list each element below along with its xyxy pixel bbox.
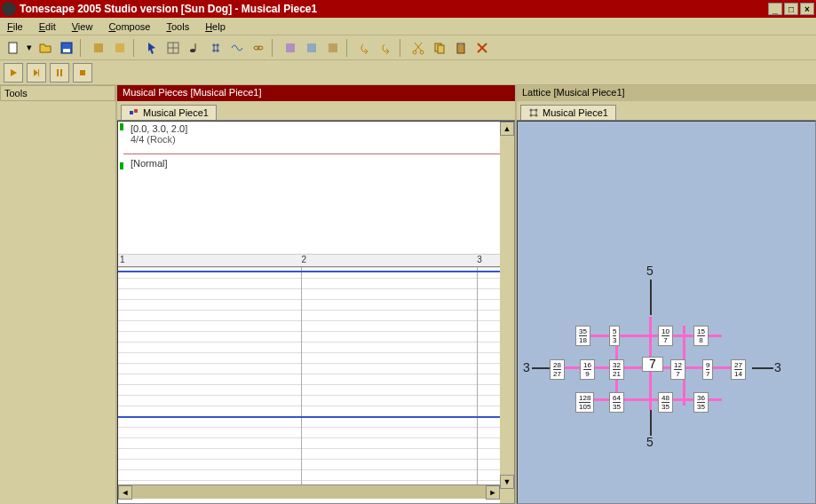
lattice-node[interactable]: 158: [693, 326, 709, 346]
divider-line: [123, 154, 500, 154]
ruler-tick: 2: [301, 255, 306, 264]
menu-edit[interactable]: Edit: [39, 21, 56, 32]
tab-label: Musical Piece1: [143, 107, 209, 118]
dropdown-icon[interactable]: ▾: [25, 38, 34, 58]
svg-rect-20: [459, 43, 463, 45]
svg-rect-4: [115, 43, 124, 52]
tools-panel-header: Tools: [0, 85, 115, 101]
menu-compose[interactable]: Compose: [108, 21, 150, 32]
grid-blueline: [118, 271, 500, 272]
menu-help[interactable]: Help: [205, 21, 226, 32]
lattice-node[interactable]: 2714: [731, 359, 746, 380]
play-from-button[interactable]: [27, 63, 46, 83]
new-button[interactable]: [4, 38, 23, 58]
svg-rect-26: [134, 109, 138, 113]
open-button[interactable]: [36, 38, 55, 58]
panel-a-button[interactable]: [281, 38, 300, 58]
lattice-node[interactable]: 128105: [575, 392, 594, 413]
svg-rect-24: [80, 70, 85, 75]
lattice-view[interactable]: 5 5 3 3 7 3518 53 107 158 2827 169: [517, 121, 816, 504]
link-button[interactable]: [249, 38, 268, 58]
lattice-icon: [528, 107, 539, 118]
toolbar: ▾: [0, 35, 816, 60]
lattice-node[interactable]: 169: [580, 359, 595, 380]
svg-rect-0: [9, 43, 17, 53]
scroll-up-icon[interactable]: ▲: [500, 122, 514, 136]
menu-tools[interactable]: Tools: [166, 21, 189, 32]
vscrollbar[interactable]: ▲ ▼: [500, 122, 514, 503]
scroll-left-icon[interactable]: ◄: [118, 485, 132, 500]
lattice-line: [650, 409, 652, 436]
copy-button[interactable]: [430, 38, 449, 58]
tab-musical-piece1[interactable]: Musical Piece1: [121, 105, 217, 120]
wave-button[interactable]: [227, 38, 247, 58]
lattice-node[interactable]: 2827: [550, 359, 565, 380]
lattice-node[interactable]: 107: [658, 326, 673, 346]
lattice-node[interactable]: 53: [609, 326, 620, 346]
panel-b-button[interactable]: [302, 38, 321, 58]
tuning-button[interactable]: [206, 38, 226, 58]
pointer-button[interactable]: [142, 38, 162, 58]
tab-label: Musical Piece1: [543, 107, 608, 118]
scroll-track[interactable]: [132, 485, 486, 499]
lattice-header: Lattice [Musical Piece1]: [517, 85, 816, 101]
scroll-down-icon[interactable]: ▼: [500, 475, 514, 489]
stop-button[interactable]: [73, 63, 92, 83]
scroll-right-icon[interactable]: ►: [486, 485, 500, 500]
coord-text: [0.0, 3.0, 2.0]: [131, 123, 500, 134]
menubar: File Edit View Compose Tools Help: [0, 18, 816, 35]
play-button[interactable]: [4, 63, 23, 83]
lattice-node[interactable]: 3518: [575, 326, 590, 346]
lattice-line: [532, 367, 551, 369]
tool-b-button[interactable]: [110, 38, 130, 58]
close-button[interactable]: ×: [800, 3, 814, 15]
maximize-button[interactable]: □: [784, 3, 798, 15]
svg-rect-3: [94, 43, 103, 52]
piece-grid[interactable]: [118, 267, 500, 484]
minimize-button[interactable]: _: [768, 3, 782, 15]
pause-button[interactable]: [50, 63, 69, 83]
cut-button[interactable]: [408, 38, 428, 58]
paste-button[interactable]: [451, 38, 471, 58]
menu-view[interactable]: View: [72, 21, 93, 32]
lattice-center-node[interactable]: 7: [642, 357, 663, 372]
time-ruler[interactable]: 1 2 3: [118, 255, 500, 267]
lattice-node[interactable]: 97: [702, 359, 713, 380]
marker-icon: [120, 162, 123, 169]
note-button[interactable]: [185, 38, 204, 58]
hscrollbar[interactable]: ◄ ►: [118, 484, 500, 499]
axis-5-top: 5: [646, 264, 654, 278]
tool-a-button[interactable]: [89, 38, 108, 58]
piece-icon: [129, 107, 139, 118]
window-title: Tonescape 2005 Studio version [Sun Dog] …: [20, 3, 768, 15]
menu-file[interactable]: File: [7, 21, 23, 32]
piece-info-area[interactable]: [0.0, 3.0, 2.0] 4/4 (Rock) [Normal]: [118, 122, 500, 255]
lattice-node[interactable]: 4835: [658, 392, 673, 413]
lattice-node[interactable]: 127: [670, 359, 685, 380]
lattice-panel: Lattice [Musical Piece1] Musical Piece1 …: [517, 85, 816, 504]
grid-button[interactable]: [163, 38, 183, 58]
marker-icon: [120, 123, 123, 130]
svg-rect-14: [329, 43, 337, 52]
lattice-node[interactable]: 6435: [609, 392, 624, 413]
lattice-node[interactable]: 3221: [609, 359, 624, 380]
grid-blueline: [118, 416, 500, 418]
undo-button[interactable]: [355, 38, 375, 58]
normal-text: [Normal]: [131, 158, 500, 169]
tools-panel: Tools: [0, 85, 117, 504]
timesig-text: 4/4 (Rock): [131, 134, 500, 145]
ruler-tick: 1: [120, 255, 125, 264]
save-button[interactable]: [57, 38, 76, 58]
titlebar: Tonescape 2005 Studio version [Sun Dog] …: [0, 0, 816, 18]
svg-rect-12: [286, 43, 295, 52]
lattice-node[interactable]: 3635: [693, 392, 709, 413]
tab-lattice-piece1[interactable]: Musical Piece1: [520, 105, 616, 120]
musical-pieces-header: Musical Pieces [Musical Piece1]: [117, 85, 515, 101]
redo-button[interactable]: [376, 38, 396, 58]
svg-rect-2: [63, 49, 70, 52]
panel-c-button[interactable]: [323, 38, 343, 58]
axis-3-left: 3: [523, 360, 530, 374]
delete-button[interactable]: [472, 38, 492, 58]
ruler-tick: 3: [477, 255, 482, 264]
svg-rect-22: [57, 69, 59, 76]
